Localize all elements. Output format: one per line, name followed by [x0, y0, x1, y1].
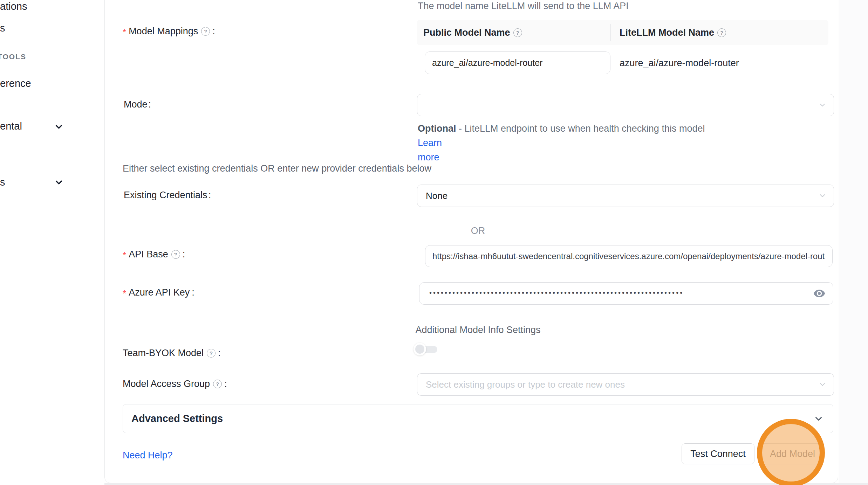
public-model-name-input[interactable]: azure_ai/azure-model-router: [425, 51, 610, 74]
column-divider: [610, 24, 611, 41]
litellm-model-name-value: azure_ai/azure-model-router: [620, 58, 739, 69]
sidebar-item-experimental[interactable]: ental: [0, 120, 22, 132]
advanced-settings-title: Advanced Settings: [131, 413, 223, 424]
chevron-down-icon: [813, 414, 824, 424]
chevron-down-icon: [818, 101, 827, 109]
team-byok-toggle[interactable]: [414, 343, 439, 356]
help-icon[interactable]: ?: [717, 28, 726, 37]
api-base-label: * API Base ? :: [123, 249, 185, 260]
public-model-name-header: Public Model Name ?: [417, 27, 610, 38]
help-icon[interactable]: ?: [207, 349, 216, 358]
litellm-model-name-header: LiteLLM Model Name ?: [610, 27, 727, 38]
page-background-right: [839, 0, 868, 485]
help-icon[interactable]: ?: [201, 27, 210, 36]
learn-more-link[interactable]: Learn: [418, 138, 442, 148]
existing-credentials-label: Existing Credentials:: [124, 190, 211, 201]
sidebar-section-tools: TOOLS: [0, 53, 26, 61]
chevron-down-icon: [54, 122, 64, 132]
team-byok-label: Team-BYOK Model ? :: [123, 348, 221, 359]
azure-api-key-label: * Azure API Key :: [123, 287, 194, 298]
chevron-down-icon: [818, 192, 827, 200]
page-background-bottom: [104, 483, 868, 485]
required-asterisk: *: [123, 27, 126, 38]
required-asterisk: *: [123, 250, 126, 261]
mode-hint: Optional - LiteLLM endpoint to use when …: [418, 122, 719, 165]
sidebar-item-inference[interactable]: erence: [0, 78, 31, 89]
model-name-note: The model name LiteLLM will send to the …: [418, 1, 629, 12]
model-mappings-label: * Model Mappings ? :: [123, 26, 215, 37]
model-mappings-table-header: Public Model Name ? LiteLLM Model Name ?: [417, 20, 828, 45]
chevron-down-icon: [54, 177, 64, 188]
existing-credentials-select[interactable]: None: [417, 185, 834, 207]
model-access-group-select[interactable]: Select existing groups or type to create…: [417, 373, 834, 396]
eye-icon[interactable]: [813, 287, 826, 300]
additional-settings-divider: Additional Model Info Settings: [123, 325, 833, 335]
sidebar-item-organizations[interactable]: ations: [0, 1, 27, 12]
sidebar-item-1[interactable]: s: [0, 22, 5, 34]
required-asterisk: *: [123, 288, 126, 299]
azure-api-key-input[interactable]: ••••••••••••••••••••••••••••••••••••••••…: [419, 282, 833, 305]
toggle-knob: [414, 343, 426, 355]
help-icon[interactable]: ?: [213, 380, 222, 388]
need-help-link[interactable]: Need Help?: [123, 450, 173, 461]
chevron-down-icon: [818, 380, 827, 389]
mode-select[interactable]: [417, 94, 834, 116]
model-access-group-label: Model Access Group ? :: [123, 379, 227, 389]
sidebar-item-settings[interactable]: s: [0, 176, 5, 188]
mode-label: Mode:: [124, 99, 151, 110]
masked-api-key: ••••••••••••••••••••••••••••••••••••••••…: [429, 289, 808, 297]
add-model-screen: ations s TOOLS erence ental s The model …: [0, 0, 868, 485]
annotation-circle: [757, 419, 825, 485]
or-divider: OR: [123, 226, 833, 236]
test-connect-button[interactable]: Test Connect: [682, 443, 754, 464]
credentials-note: Either select existing credentials OR en…: [123, 163, 431, 174]
help-icon[interactable]: ?: [513, 28, 522, 37]
learn-more-link[interactable]: more: [418, 152, 439, 162]
help-icon[interactable]: ?: [171, 250, 180, 259]
advanced-settings-expander[interactable]: Advanced Settings: [123, 404, 833, 433]
api-base-input[interactable]: https://ishaa-mh6uutut-swedencentral.cog…: [425, 245, 833, 267]
